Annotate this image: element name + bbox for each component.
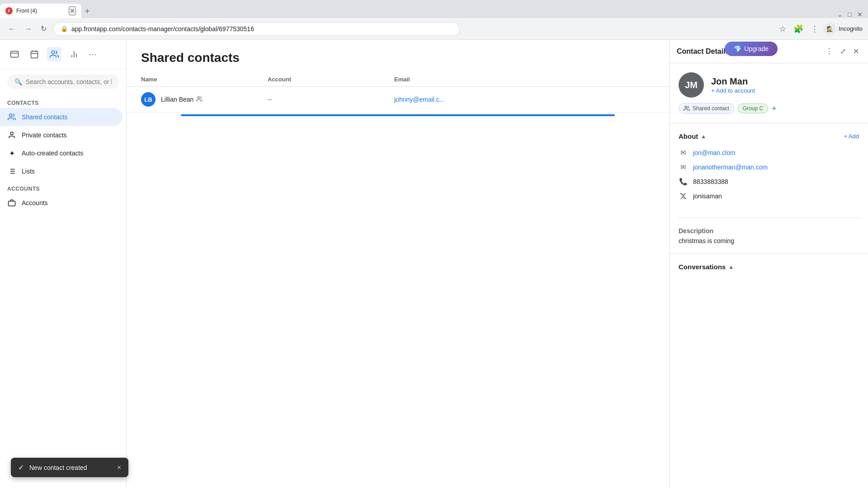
sidebar-item-auto-contacts[interactable]: ✦ Auto-created contacts: [0, 144, 123, 162]
twitter-field: jonisaman: [679, 189, 859, 203]
name-column-header: Name: [141, 76, 268, 83]
account-column-header: Account: [268, 76, 394, 83]
contacts-section-label: Contacts: [0, 94, 126, 108]
panel-title: Contact Details: [677, 47, 729, 56]
accounts-section-label: Accounts: [0, 180, 126, 194]
accounts-label: Accounts: [22, 199, 48, 206]
search-input[interactable]: [26, 78, 112, 85]
contacts-icon[interactable]: [47, 47, 61, 61]
svg-rect-0: [11, 51, 19, 57]
toast-icon: ✓: [18, 463, 24, 472]
svg-point-13: [685, 106, 687, 108]
collapse-icon: ▲: [701, 133, 706, 140]
twitter-value[interactable]: jonisaman: [693, 192, 722, 200]
back-button[interactable]: ←: [5, 22, 18, 36]
forward-button[interactable]: →: [22, 22, 34, 36]
desc-divider: [679, 218, 859, 218]
search-icon: 🔍: [14, 78, 22, 85]
private-contacts-icon: [7, 131, 16, 140]
shared-contacts-icon: [7, 113, 16, 122]
email-value-1[interactable]: jon@man.clom: [693, 149, 736, 156]
svg-point-4: [10, 132, 13, 135]
panel-external-link-button[interactable]: ⤢: [838, 45, 848, 57]
close-window-button[interactable]: ✕: [857, 11, 863, 18]
maximize-button[interactable]: □: [848, 11, 852, 18]
tab-favicon: F: [5, 7, 13, 14]
panel-close-button[interactable]: ✕: [851, 45, 861, 57]
conversations-header: Conversations ▲: [679, 263, 859, 271]
sidebar-item-lists[interactable]: Lists: [0, 162, 123, 180]
toast-message: New contact created: [29, 464, 87, 471]
description-label: Description: [679, 227, 859, 235]
contact-avatar-large: JM: [679, 72, 704, 98]
svg-point-2: [52, 51, 55, 54]
table-row[interactable]: LB Lillian Bean -- johnny@email.c...: [127, 87, 669, 113]
section-divider: [670, 123, 868, 123]
upgrade-icon: 💎: [734, 45, 741, 52]
incognito-avatar: 🕵: [823, 23, 836, 35]
contact-row-name: Lillian Bean: [161, 96, 203, 103]
email-value-2[interactable]: jonanotherman@man.com: [693, 164, 768, 171]
svg-point-3: [9, 114, 12, 117]
upgrade-button[interactable]: 💎 Upgrade: [725, 42, 778, 56]
add-to-account-link[interactable]: + Add to account: [711, 87, 755, 94]
group-tag[interactable]: Group C: [738, 103, 768, 113]
contact-header: JM Jon Man + Add to account: [670, 63, 868, 103]
toast-close-button[interactable]: ×: [117, 464, 121, 472]
sidebar-item-private-contacts[interactable]: Private contacts: [0, 126, 123, 144]
shared-contact-badge: Shared contact: [679, 103, 734, 114]
shared-contacts-label: Shared contacts: [22, 113, 67, 121]
close-tab-button[interactable]: ✕: [69, 6, 76, 15]
email-column-header: Email: [394, 76, 655, 83]
lists-icon: [7, 167, 16, 176]
calendar-icon[interactable]: [27, 47, 42, 61]
refresh-button[interactable]: ↻: [38, 22, 49, 36]
inbox-icon[interactable]: [7, 47, 22, 61]
sidebar-item-shared-contacts[interactable]: Shared contacts: [0, 108, 123, 126]
about-section: About ▲ + Add ✉ jon@man.clom ✉ jonanothe…: [670, 127, 868, 209]
about-title: About ▲: [679, 132, 706, 140]
svg-rect-11: [9, 201, 15, 206]
add-tag-button[interactable]: +: [772, 104, 777, 113]
more-apps-button[interactable]: ⋯: [87, 47, 99, 61]
description-text: christmas is coming: [679, 237, 859, 244]
menu-button[interactable]: ⋮: [808, 21, 821, 37]
new-tab-button[interactable]: +: [81, 5, 94, 18]
shared-indicator-icon: [196, 96, 203, 103]
email-icon-2: ✉: [679, 163, 688, 172]
conv-divider: [670, 253, 868, 254]
toast-notification: ✓ New contact created ×: [11, 458, 128, 477]
contact-name: Jon Man: [711, 76, 755, 87]
incognito-indicator: 🕵 Incognito: [823, 23, 863, 35]
sidebar-item-accounts[interactable]: Accounts: [0, 194, 123, 212]
about-header: About ▲ + Add: [679, 132, 859, 140]
url-input[interactable]: [71, 25, 452, 33]
svg-point-12: [198, 96, 200, 99]
search-bar[interactable]: 🔍: [7, 75, 119, 89]
minimize-button[interactable]: ⌄: [837, 11, 843, 18]
tab-title: Front (4): [16, 8, 65, 14]
address-bar[interactable]: 🔒: [53, 22, 460, 36]
page-title: Shared contacts: [141, 51, 655, 65]
app-toolbar: ⋯: [0, 47, 126, 69]
page-header: Shared contacts: [127, 40, 669, 72]
contact-row-account: --: [268, 96, 394, 103]
contact-row-avatar: LB: [141, 92, 156, 107]
add-field-link[interactable]: + Add: [844, 133, 859, 140]
auto-contacts-label: Auto-created contacts: [22, 150, 83, 157]
panel-actions: ⋮ ⤢ ✕: [824, 45, 861, 57]
sidebar: ⋯ 🔍 Contacts Shared contacts Private con…: [0, 40, 127, 488]
conversations-section: Conversations ▲: [670, 258, 868, 282]
bookmark-button[interactable]: ☆: [776, 21, 789, 37]
email-field-1: ✉ jon@man.clom: [679, 145, 859, 160]
phone-icon: 📞: [679, 177, 688, 186]
extensions-button[interactable]: 🧩: [791, 21, 806, 37]
panel-more-button[interactable]: ⋮: [824, 45, 835, 57]
description-section: Description christmas is coming: [670, 209, 868, 250]
conversations-collapse-icon: ▲: [728, 264, 734, 270]
browser-tab[interactable]: F Front (4) ✕: [0, 4, 81, 18]
analytics-icon[interactable]: [67, 47, 81, 61]
contacts-table: Name Account Email LB Lillian Bean -- jo…: [127, 72, 669, 113]
phone-value[interactable]: 8833883388: [693, 178, 728, 185]
upgrade-label: Upgrade: [744, 45, 769, 52]
